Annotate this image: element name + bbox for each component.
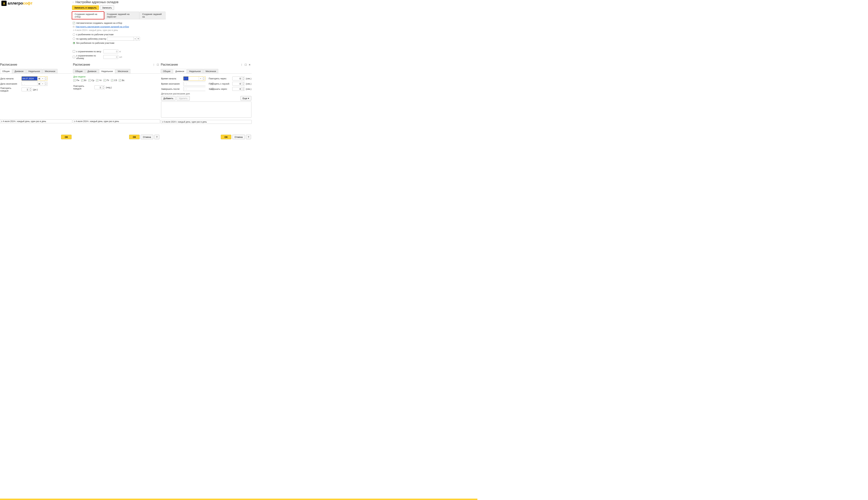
tab-daily[interactable]: Дневное [173, 69, 187, 73]
repeat-every-field[interactable]: ▲▼ [94, 86, 105, 89]
auto-create-label: Автоматически создавать задания на отбор [76, 22, 122, 24]
volume-limit-input[interactable] [103, 55, 118, 59]
clear-icon[interactable]: × [199, 77, 202, 80]
day-thu-checkbox[interactable] [96, 79, 99, 82]
ok-button[interactable]: ОК [221, 135, 231, 139]
time-start-field[interactable]: × ▲▼ [183, 76, 206, 81]
day-fri-label: Пт [106, 79, 109, 82]
weight-limit-checkbox[interactable] [73, 50, 75, 53]
ok-button[interactable]: ОК [129, 135, 140, 139]
time-end-input[interactable] [183, 82, 211, 86]
ok-button[interactable]: ОК [61, 135, 71, 139]
finish-in-field[interactable]: ▲▼ [232, 87, 245, 91]
calendar-icon[interactable]: ▦ [37, 82, 41, 86]
clear-icon[interactable]: × [41, 82, 44, 86]
repeat-every-input[interactable] [95, 86, 102, 89]
time-spinner[interactable]: ▲▼ [202, 77, 205, 80]
tab-create-pick-tasks[interactable]: Создание заданий на отбор [72, 12, 104, 19]
tab-weekly[interactable]: Недельное [26, 69, 42, 73]
schedule-dialog-daily: Расписание ⋮ ☐ ✕ Общие Дневное Недельное… [161, 62, 252, 139]
settings-tabs: Создание заданий на отбор Создание задан… [72, 12, 166, 19]
finish-after-field[interactable]: × ▲▼ [183, 87, 206, 91]
tab-daily[interactable]: Дневное [85, 69, 99, 73]
tab-monthly[interactable]: Месячное [115, 69, 130, 73]
combo-open-icon[interactable]: ⧉ [137, 37, 140, 41]
repeat-pause-field[interactable]: ▲▼ [232, 82, 245, 86]
end-date-input[interactable] [22, 82, 37, 86]
finish-in-input[interactable] [232, 88, 241, 90]
detail-schedule-list[interactable] [161, 102, 251, 117]
tab-weekly[interactable]: Недельное [99, 69, 115, 73]
day-sun-checkbox[interactable] [119, 79, 121, 82]
repeat-every-input[interactable] [22, 88, 28, 91]
tab-daily[interactable]: Дневное [12, 69, 26, 73]
day-mon-checkbox[interactable] [73, 79, 76, 82]
tab-create-tasks-truncated[interactable]: Создание заданий на [140, 12, 165, 19]
save-and-close-button[interactable]: Записать и закрыть [72, 5, 99, 10]
start-date-field[interactable]: ▦ × ▲▼ [22, 76, 48, 81]
work-area-combo[interactable]: ▾ ⧉ [107, 37, 140, 41]
tab-weekly[interactable]: Недельное [187, 69, 203, 73]
start-date-input[interactable] [22, 77, 37, 80]
repeat-every-field[interactable]: ▲▼ [22, 88, 32, 91]
repeat-spinner[interactable]: ▲▼ [28, 88, 32, 91]
day-tue-checkbox[interactable] [81, 79, 83, 82]
tab-monthly[interactable]: Месячное [43, 69, 57, 73]
calendar-icon[interactable]: ▦ [37, 77, 41, 80]
volume-limit-label: с ограничением по объему [76, 54, 102, 59]
repeat-every-label: Повторять через: [209, 77, 227, 80]
date-spinner[interactable]: ▲▼ [44, 77, 47, 80]
close-icon[interactable]: ✕ [249, 64, 251, 66]
day-sat-checkbox[interactable] [111, 79, 113, 82]
day-tue-label: Вт [84, 79, 87, 82]
cancel-button[interactable]: Отмена [232, 135, 245, 139]
cancel-button[interactable]: Отмена [141, 135, 153, 139]
delete-button[interactable]: Удалить [176, 96, 190, 101]
combo-dropdown-icon[interactable]: ▾ [134, 37, 137, 41]
num-spinner[interactable]: ▲▼ [241, 82, 244, 86]
radio-split-by-areas[interactable] [73, 33, 75, 36]
finish-after-input[interactable] [183, 87, 211, 91]
end-date-field[interactable]: ▦ × ▲▼ [22, 82, 48, 86]
repeat-spinner[interactable]: ▲▼ [102, 86, 105, 89]
favorite-star-icon[interactable]: ☆ [72, 1, 75, 4]
date-spinner[interactable]: ▲▼ [44, 82, 47, 86]
num-spinner[interactable]: ▲▼ [241, 87, 244, 91]
configure-schedule-link[interactable]: Настроить расписание создания заданий на… [76, 25, 129, 28]
auto-create-checkbox[interactable] [73, 22, 75, 24]
menu-icon[interactable]: ⋮ [152, 64, 155, 66]
menu-icon[interactable]: ⋮ [240, 64, 243, 66]
save-button[interactable]: Записать [100, 5, 114, 10]
schedule-dialog-weekly: Расписание ⋮ ☐ Общие Дневное Недельное М… [73, 62, 160, 139]
tab-monthly[interactable]: Месячное [203, 69, 218, 73]
radio-no-split[interactable] [73, 42, 75, 44]
logo-text-2: софт [23, 1, 33, 5]
help-button[interactable]: ? [154, 135, 159, 139]
repeat-pause-input[interactable] [232, 82, 241, 85]
add-button[interactable]: Добавить [161, 96, 175, 101]
tab-common[interactable]: Общие [0, 69, 12, 73]
tab-common[interactable]: Общие [161, 69, 173, 73]
help-button[interactable]: ? [246, 135, 251, 139]
radio-single-area[interactable] [73, 37, 75, 40]
clear-icon[interactable]: × [41, 77, 44, 80]
tab-common[interactable]: Общие [73, 69, 85, 73]
repeat-every-input[interactable] [232, 77, 241, 80]
volume-limit-checkbox[interactable] [73, 56, 75, 58]
time-end-field[interactable]: × ▲▼ [183, 82, 206, 86]
schedule-summary: с 4 июля 2024 г. каждый день; один раз в… [73, 29, 165, 32]
schedule-title: Расписание [73, 63, 90, 67]
maximize-icon[interactable]: ☐ [157, 64, 159, 66]
day-wed-checkbox[interactable] [88, 79, 91, 82]
maximize-icon[interactable]: ☐ [244, 64, 247, 66]
day-fri-checkbox[interactable] [103, 79, 106, 82]
more-button[interactable]: Еще▾ [240, 96, 251, 101]
schedule-status: с 4 июля 2024 г. каждый день; один раз в… [73, 120, 160, 123]
tab-create-recount-tasks[interactable]: Создание заданий на пересчет [104, 12, 139, 19]
repeat-every-field[interactable]: ▲▼ [232, 77, 245, 80]
weight-limit-input[interactable] [103, 49, 118, 53]
logo-mark: a [1, 1, 7, 6]
num-spinner[interactable]: ▲▼ [241, 77, 244, 80]
time-start-input[interactable] [183, 77, 189, 80]
radio-split-by-areas-label: с разбиением по рабочим участкам [76, 33, 114, 36]
